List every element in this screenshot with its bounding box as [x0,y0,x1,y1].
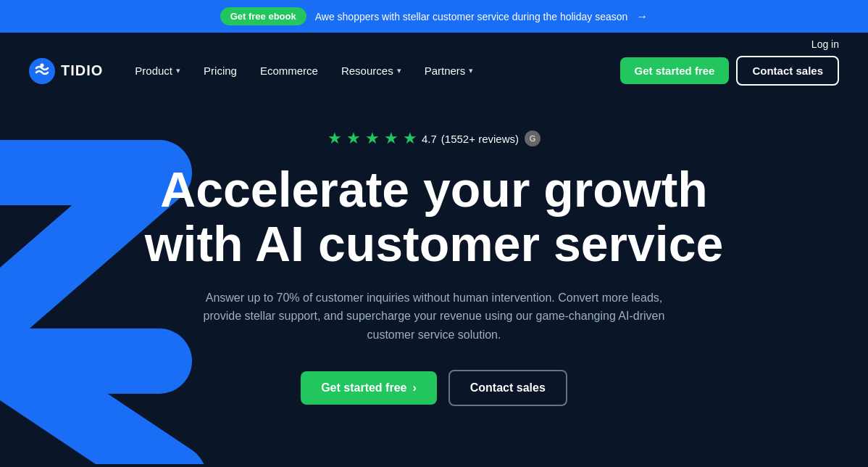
chevron-down-icon-resources: ▾ [397,66,401,75]
star-1: ★ [327,129,342,148]
rating-row: ★ ★ ★ ★ ★ 4.7 (1552+ reviews) G [145,129,724,148]
nav-items: Product ▾ Pricing Ecommerce Resources ▾ … [125,59,619,83]
nav-item-partners[interactable]: Partners ▾ [414,59,484,83]
logo[interactable]: TIDIO [29,58,103,84]
star-5: ★ [403,129,417,148]
chevron-down-icon: ▾ [176,66,180,75]
star-2: ★ [346,129,361,148]
nav-item-pricing[interactable]: Pricing [193,59,247,83]
svg-point-0 [29,58,55,84]
banner-text: Awe shoppers with stellar customer servi… [315,11,628,22]
nav-item-resources[interactable]: Resources ▾ [331,59,412,83]
nav-ctas: Get started free Contact sales [620,56,839,86]
get-started-free-hero-button[interactable]: Get started free › [301,371,437,405]
rating-reviews: (1552+ reviews) [441,133,519,145]
svg-point-1 [41,63,44,67]
hero-title-line1: Accelerate your growth [160,162,708,217]
nav-item-product[interactable]: Product ▾ [125,59,191,83]
chevron-down-icon-partners: ▾ [469,66,473,75]
star-3: ★ [365,129,380,148]
nav-label-product: Product [135,65,172,77]
hero-subtitle: Answer up to 70% of customer inquiries w… [195,289,673,344]
logo-text: TIDIO [61,62,103,79]
banner-arrow-icon: → [636,10,648,23]
top-banner: Get free ebook Awe shoppers with stellar… [0,0,868,33]
navbar: TIDIO Product ▾ Pricing Ecommerce Resour… [0,56,868,100]
nav-label-ecommerce: Ecommerce [260,65,318,77]
hero-title-line2: with AI customer service [145,216,724,271]
tidio-logo-icon [29,58,55,84]
capterra-icon: G [525,131,541,146]
contact-sales-hero-button[interactable]: Contact sales [448,370,567,406]
nav-label-partners: Partners [425,65,466,77]
star-4: ★ [384,129,398,148]
hero-section: ★ ★ ★ ★ ★ 4.7 (1552+ reviews) G Accelera… [0,100,868,464]
get-started-free-nav-button[interactable]: Get started free [620,57,730,84]
ebook-button[interactable]: Get free ebook [220,7,306,25]
hero-content: ★ ★ ★ ★ ★ 4.7 (1552+ reviews) G Accelera… [145,129,724,406]
header-top: Log in [0,33,868,56]
nav-label-resources: Resources [341,65,393,77]
login-link[interactable]: Log in [811,38,839,50]
hero-cta-arrow-icon: › [412,381,416,394]
hero-title: Accelerate your growth with AI customer … [145,162,724,271]
nav-label-pricing: Pricing [204,65,237,77]
hero-cta-primary-label: Get started free [321,381,406,394]
contact-sales-nav-button[interactable]: Contact sales [736,56,839,86]
nav-item-ecommerce[interactable]: Ecommerce [250,59,328,83]
rating-score: 4.7 [422,133,437,145]
hero-ctas: Get started free › Contact sales [145,370,724,406]
